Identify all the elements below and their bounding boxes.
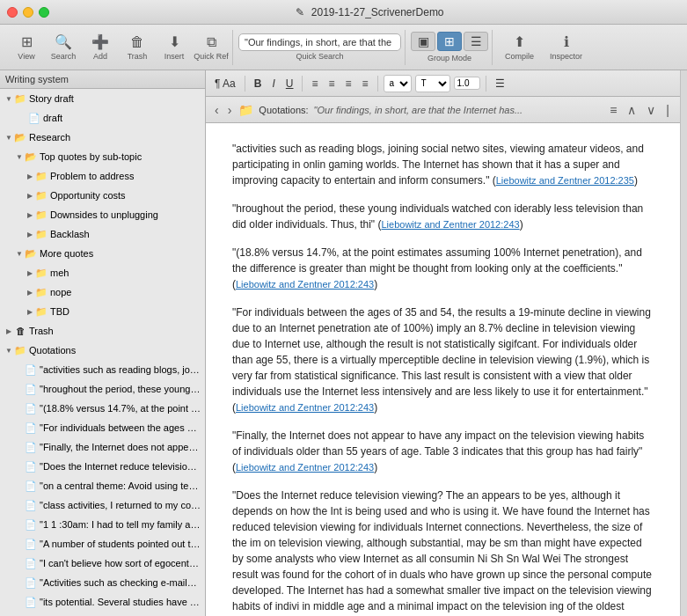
sidebar-item-meh[interactable]: ▶ 📁 meh xyxy=(0,263,205,282)
sidebar-item-more-quotes[interactable]: ▼ 📂 More quotes xyxy=(0,244,205,263)
editor-content[interactable]: "activities such as reading blogs, joini… xyxy=(206,123,680,616)
list-button[interactable]: ☰ xyxy=(492,76,508,92)
sidebar-item-q6[interactable]: 📄 "Does the Internet reduce television v… xyxy=(0,457,205,476)
sidebar-item-label: "1 1 :30am: I had to tell my family and … xyxy=(40,519,201,530)
compile-button[interactable]: ⬆ Compile xyxy=(498,31,541,64)
citation-link-5[interactable]: Liebowitz and Zentner 2012:243 xyxy=(236,462,374,473)
line-spacing-input[interactable] xyxy=(454,77,480,90)
minimize-button[interactable] xyxy=(23,7,33,18)
sidebar-item-q13[interactable]: 📄 "its potential. Several studies have f… xyxy=(0,592,205,612)
align-justify-button[interactable]: ≡ xyxy=(359,76,372,92)
quick-search-input[interactable] xyxy=(245,37,395,48)
italic-button[interactable]: I xyxy=(268,76,278,92)
paragraph-style-button[interactable]: ¶ Aa xyxy=(211,76,239,92)
trash-sidebar-icon: 🗑 xyxy=(14,325,26,337)
insert-button[interactable]: ⬇ Insert xyxy=(157,31,192,64)
sidebar-item-quotations[interactable]: ▼ 📁 Quotations xyxy=(0,341,205,360)
folder-icon: 📁 xyxy=(35,228,48,240)
paragraph-6: "Does the Internet reduce television vie… xyxy=(232,488,654,616)
view-button[interactable]: ⊞ View xyxy=(9,31,44,64)
expand-arrow xyxy=(14,364,25,375)
header-down-button[interactable]: ∨ xyxy=(643,101,659,119)
header-up-button[interactable]: ∧ xyxy=(624,101,639,119)
paragraph-2: "hroughout the period, these young indiv… xyxy=(232,201,654,232)
doc-icon: 📄 xyxy=(25,441,37,453)
folder-icon: 📁 xyxy=(35,286,48,298)
sidebar-item-opportunity[interactable]: ▶ 📁 Opportunity costs xyxy=(0,186,205,205)
titlebar: ✎ 2019-11-27_ScrivenerDemo xyxy=(0,0,687,25)
font-size-select[interactable]: a xyxy=(384,75,412,92)
group-mode-columns[interactable]: ⊞ xyxy=(437,32,462,51)
doc-header-actions: ≡ ∧ ∨ | xyxy=(606,101,673,119)
sidebar-item-research[interactable]: ▼ 📂 Research xyxy=(0,128,205,147)
sidebar-item-label: More quotes xyxy=(40,248,93,259)
nav-forward-button[interactable]: › xyxy=(226,101,234,119)
sidebar-item-label: draft xyxy=(43,113,62,123)
doc-icon: 📄 xyxy=(25,499,37,511)
sidebar-item-nope[interactable]: ▶ 📁 nope xyxy=(0,282,205,302)
sidebar-item-q1[interactable]: 📄 "activities such as reading blogs, joi… xyxy=(0,360,205,379)
citation-link-2[interactable]: Liebowitz and Zentner 2012:243 xyxy=(381,219,519,230)
sidebar-item-label: Quotations xyxy=(29,345,76,356)
sidebar-item-label: Top quotes by sub-topic xyxy=(40,151,142,162)
sidebar-item-downsides[interactable]: ▶ 📁 Downsides to unplugging xyxy=(0,205,205,224)
sidebar-item-tbd[interactable]: ▶ 📁 TBD xyxy=(0,302,205,321)
font-size-value[interactable]: T xyxy=(415,75,450,92)
group-mode-list[interactable]: ☰ xyxy=(464,32,488,51)
sidebar-item-q11[interactable]: 📄 "I can't believe how sort of egocentri… xyxy=(0,554,205,573)
sidebar-item-label: Opportunity costs xyxy=(50,190,126,201)
citation-link-3[interactable]: Liebowitz and Zentner 2012:243 xyxy=(236,279,374,290)
sidebar-item-label: "its potential. Several studies have fou… xyxy=(40,597,201,607)
paragraph-4: "For individuals between the ages of 35 … xyxy=(232,304,654,415)
align-right-button[interactable]: ≡ xyxy=(342,76,355,92)
sidebar-item-label: Trash xyxy=(29,326,54,336)
bold-button[interactable]: B xyxy=(251,76,266,92)
add-button[interactable]: ➕ Add xyxy=(83,31,118,64)
expand-arrow: ▶ xyxy=(25,171,35,181)
sidebar-item-trash[interactable]: ▶ 🗑 Trash xyxy=(0,321,205,341)
right-panel xyxy=(680,70,687,616)
nav-back-button[interactable]: ‹ xyxy=(213,101,221,119)
quick-ref-button[interactable]: ⧉ Quick Ref xyxy=(194,31,229,64)
sidebar-item-q4[interactable]: 📄 "For individuals between the ages of 3… xyxy=(0,418,205,437)
sidebar-item-q9[interactable]: 📄 "1 1 :30am: I had to tell my family an… xyxy=(0,515,205,534)
search-group: Quick Search xyxy=(235,30,406,65)
inspector-button[interactable]: ℹ Inspector xyxy=(543,31,589,64)
header-menu-button[interactable]: ≡ xyxy=(606,101,620,119)
expand-arrow xyxy=(14,539,25,549)
sidebar-item-q10[interactable]: 📄 "A number of students pointed out the … xyxy=(0,534,205,554)
sidebar-item-label: "activities such as reading blogs, joini… xyxy=(40,364,201,375)
maximize-button[interactable] xyxy=(39,7,49,18)
sidebar-item-problem[interactable]: ▶ 📁 Problem to address xyxy=(0,166,205,186)
header-split-button[interactable]: | xyxy=(662,101,673,119)
expand-arrow: ▼ xyxy=(4,93,14,104)
sidebar-item-backlash[interactable]: ▶ 📁 Backlash xyxy=(0,224,205,244)
sidebar-item-q7[interactable]: 📄 "on a central theme: Avoid using techn… xyxy=(0,476,205,495)
sidebar-item-q2[interactable]: 📄 "hroughout the period, these young ind… xyxy=(0,379,205,399)
paragraph-5: "Finally, the Internet does not appear t… xyxy=(232,428,654,475)
sidebar-item-q3[interactable]: 📄 "(18.8% versus 14.7%, at the point est… xyxy=(0,399,205,418)
search-button[interactable]: 🔍 Search xyxy=(46,31,81,64)
sidebar-item-label: "hroughout the period, these young indiv… xyxy=(40,384,201,394)
citation-link-4[interactable]: Liebowitz and Zentner 2012:243 xyxy=(236,402,374,413)
doc-icon: 📄 xyxy=(25,383,37,395)
underline-button[interactable]: U xyxy=(282,76,297,92)
citation-link-1[interactable]: Liebowitz and Zentner 2012:235 xyxy=(496,175,634,186)
sidebar-item-q8[interactable]: 📄 "class activities, I returned to my co… xyxy=(0,495,205,515)
sidebar-content[interactable]: ▼ 📁 Story draft 📄 draft ▼ 📂 Research ▼ 📂… xyxy=(0,89,205,616)
sidebar-item-top-quotes[interactable]: ▼ 📂 Top quotes by sub-topic xyxy=(0,147,205,166)
group-mode-single[interactable]: ▣ xyxy=(411,32,435,51)
trash-toolbar-button[interactable]: 🗑 Trash xyxy=(120,31,155,64)
sidebar-item-draft[interactable]: 📄 draft xyxy=(0,108,205,128)
sidebar-item-q5[interactable]: 📄 "Finally, the Internet does not appear… xyxy=(0,437,205,457)
expand-arrow xyxy=(14,597,25,607)
align-left-button[interactable]: ≡ xyxy=(308,76,321,92)
sidebar-item-label: nope xyxy=(50,287,71,297)
sidebar-item-q14[interactable]: 📄 "Although members of "generation M" th… xyxy=(0,612,205,616)
quick-search-box[interactable] xyxy=(238,33,401,51)
align-center-button[interactable]: ≡ xyxy=(325,76,339,92)
sidebar-item-q12[interactable]: 📄 "Activities such as checking e-mails/t… xyxy=(0,573,205,592)
sidebar-item-label: "Does the Internet reduce television vie… xyxy=(40,461,201,472)
sidebar-item-story-draft[interactable]: ▼ 📁 Story draft xyxy=(0,89,205,108)
close-button[interactable] xyxy=(7,7,18,18)
